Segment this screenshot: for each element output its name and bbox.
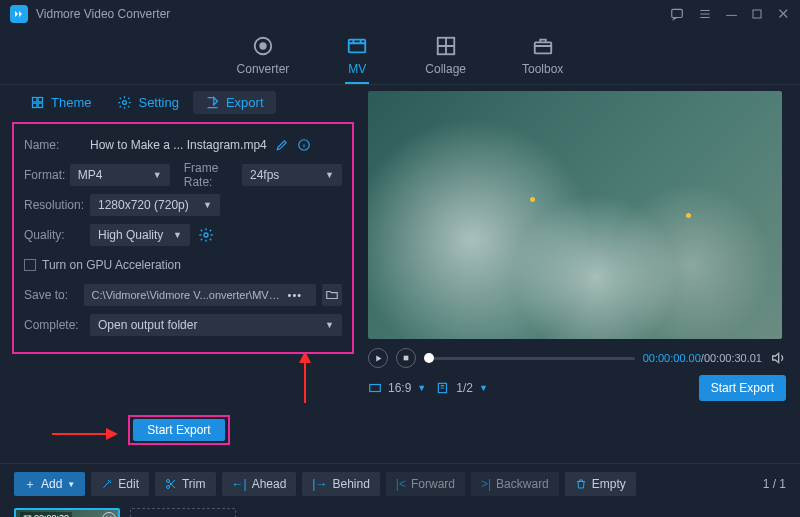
film-icon	[23, 514, 32, 518]
chevron-down-icon: ▼	[173, 230, 182, 240]
chevron-down-icon: ▼	[153, 170, 162, 180]
format-label: Format:	[24, 168, 70, 182]
subtab-export[interactable]: Export	[193, 91, 276, 114]
gpu-label: Turn on GPU Acceleration	[42, 258, 181, 272]
stop-button[interactable]	[396, 348, 416, 368]
video-preview[interactable]	[368, 91, 782, 339]
complete-label: Complete:	[24, 318, 90, 332]
open-folder-button[interactable]	[322, 284, 342, 306]
minimize-icon[interactable]: ─	[726, 6, 737, 23]
time-display: 00:00:00.00/00:00:30.01	[643, 352, 762, 364]
tab-mv[interactable]: MV	[345, 34, 369, 84]
menu-icon[interactable]	[698, 7, 712, 21]
chevron-down-icon: ▼	[203, 200, 212, 210]
feedback-icon[interactable]	[670, 7, 684, 21]
tab-toolbox[interactable]: Toolbox	[522, 34, 563, 84]
quality-label: Quality:	[24, 228, 90, 242]
page-value: 1/2	[456, 381, 473, 395]
complete-select[interactable]: Open output folder ▼	[90, 314, 342, 336]
svg-point-19	[166, 480, 169, 483]
aspect-icon	[368, 381, 382, 395]
select-value: MP4	[78, 168, 103, 182]
btn-label: Trim	[182, 477, 206, 491]
start-export-highlight: Start Export	[128, 415, 230, 445]
btn-label: Edit	[118, 477, 139, 491]
btn-label: Behind	[332, 477, 369, 491]
gpu-checkbox[interactable]: Turn on GPU Acceleration	[24, 252, 342, 278]
resolution-select[interactable]: 1280x720 (720p) ▼	[90, 194, 220, 216]
tab-label: Converter	[237, 62, 290, 76]
maximize-icon[interactable]	[751, 8, 763, 20]
close-icon[interactable]: ✕	[777, 5, 790, 23]
add-button[interactable]: ＋ Add ▼	[14, 472, 85, 496]
subtab-label: Theme	[51, 95, 91, 110]
trim-button[interactable]: Trim	[155, 472, 216, 496]
info-icon[interactable]	[297, 138, 311, 152]
clip-duration: 00:00:30	[20, 512, 72, 517]
resolution-label: Resolution:	[24, 198, 90, 212]
subtab-setting[interactable]: Setting	[105, 91, 190, 114]
empty-button[interactable]: Empty	[565, 472, 636, 496]
behind-button[interactable]: |→ Behind	[302, 472, 380, 496]
edit-button[interactable]: Edit	[91, 472, 149, 496]
svg-point-3	[260, 43, 266, 49]
gear-icon	[117, 95, 132, 110]
seek-knob[interactable]	[424, 353, 434, 363]
svg-point-13	[204, 233, 208, 237]
btn-label: Empty	[592, 477, 626, 491]
svg-rect-8	[38, 98, 42, 102]
checkbox-icon	[24, 259, 36, 271]
btn-label: Forward	[411, 477, 455, 491]
name-label: Name:	[24, 138, 90, 152]
export-icon	[205, 95, 220, 110]
select-value: High Quality	[98, 228, 163, 242]
start-export-button[interactable]: Start Export	[699, 375, 786, 401]
seek-bar[interactable]	[424, 357, 635, 360]
annotation-arrow-icon	[295, 353, 315, 407]
plus-icon: ＋	[24, 476, 36, 493]
start-export-button[interactable]: Start Export	[133, 419, 225, 441]
btn-label: Add	[41, 477, 62, 491]
ahead-button[interactable]: ←| Ahead	[222, 472, 297, 496]
svg-rect-10	[38, 103, 42, 107]
subtab-label: Setting	[138, 95, 178, 110]
export-panel: Name: How to Make a ... Instagram.mp4 Fo…	[12, 122, 354, 354]
converter-icon	[251, 34, 275, 58]
btn-label: Backward	[496, 477, 549, 491]
tab-label: Toolbox	[522, 62, 563, 76]
scissors-icon	[165, 478, 177, 490]
clip-thumbnail[interactable]: 00:00:30 ✕ ▷ ✦	[14, 508, 120, 517]
marker-icon	[686, 213, 691, 218]
remove-clip-button[interactable]: ✕	[102, 512, 116, 517]
saveto-path[interactable]: C:\Vidmore\Vidmore V...onverter\MV Expor…	[84, 284, 317, 306]
pencil-icon[interactable]	[275, 138, 289, 152]
backward-icon: >|	[481, 477, 491, 491]
aspect-select[interactable]: 16:9 ▼	[368, 381, 426, 395]
framerate-select[interactable]: 24fps ▼	[242, 164, 342, 186]
svg-point-11	[123, 101, 127, 105]
browse-icon[interactable]: •••	[282, 289, 309, 301]
subtab-label: Export	[226, 95, 264, 110]
tab-converter[interactable]: Converter	[237, 34, 290, 84]
subtab-theme[interactable]: Theme	[18, 91, 103, 114]
forward-button[interactable]: |< Forward	[386, 472, 465, 496]
volume-icon[interactable]	[770, 350, 786, 366]
svg-point-20	[166, 486, 169, 489]
annotation-arrow-icon	[50, 425, 122, 443]
page-select[interactable]: 1/2 ▼	[436, 381, 488, 395]
play-button[interactable]	[368, 348, 388, 368]
svg-rect-9	[33, 103, 37, 107]
quality-select[interactable]: High Quality ▼	[90, 224, 190, 246]
framerate-label: Frame Rate:	[184, 161, 230, 189]
mv-icon	[345, 34, 369, 58]
wand-icon	[101, 478, 113, 490]
tab-collage[interactable]: Collage	[425, 34, 466, 84]
svg-rect-4	[349, 40, 366, 53]
gear-icon[interactable]	[198, 227, 214, 243]
chevron-down-icon: ▼	[67, 480, 75, 489]
svg-rect-0	[672, 9, 683, 17]
collage-icon	[434, 34, 458, 58]
backward-button[interactable]: >| Backward	[471, 472, 559, 496]
add-clip-button[interactable]: ＋	[130, 508, 236, 517]
format-select[interactable]: MP4 ▼	[70, 164, 170, 186]
